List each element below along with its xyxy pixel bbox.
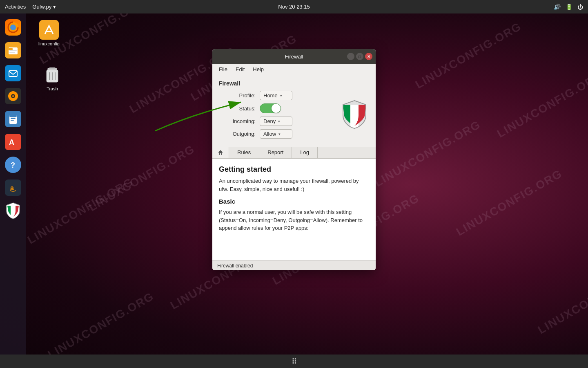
svg-text:?: ?	[11, 161, 15, 169]
minimize-button[interactable]: –	[347, 53, 354, 60]
toggle-knob	[272, 104, 281, 113]
svg-text:a: a	[10, 184, 14, 191]
svg-rect-5	[9, 52, 15, 53]
basic-heading: Basic	[219, 198, 369, 205]
desktop-icon-linuxconfig-label: linuxconfig	[38, 41, 60, 46]
apps-grid-button[interactable]: ⠿	[292, 357, 297, 366]
outgoing-dropdown-arrow: ▾	[278, 132, 281, 136]
dock-item-appstore[interactable]: A	[3, 132, 23, 152]
incoming-value: Deny	[263, 118, 276, 124]
menu-edit[interactable]: Edit	[232, 65, 248, 73]
dock-item-thunderbird[interactable]	[3, 63, 23, 83]
svg-text:A: A	[9, 138, 14, 146]
svg-rect-4	[9, 50, 17, 51]
dock-item-firefox[interactable]	[3, 18, 23, 37]
svg-rect-6	[9, 71, 17, 76]
outgoing-value: Allow	[263, 131, 276, 137]
svg-rect-14	[9, 115, 17, 117]
firewall-window: Firewall – □ ✕ File Edit Help Firewall P…	[212, 49, 376, 270]
intro-text: An uncomplicated way to manage your fire…	[219, 177, 369, 193]
dock-item-amazon[interactable]: a	[3, 178, 23, 197]
svg-rect-21	[49, 67, 56, 69]
desktop-icon-trash[interactable]: Trash	[41, 63, 64, 93]
svg-rect-12	[11, 118, 16, 119]
desktop-icon-trash-label: Trash	[47, 86, 58, 91]
dock-item-writer[interactable]	[3, 109, 23, 129]
gufw-shield	[341, 100, 368, 129]
activities-button[interactable]: Activities	[5, 4, 26, 10]
incoming-dropdown-arrow: ▾	[278, 119, 280, 123]
firewall-section-label: Firewall	[219, 80, 369, 87]
app-menu-arrow-icon: ▾	[53, 4, 56, 10]
statusbar: Firewall enabled	[212, 261, 376, 270]
main-content-panel[interactable]: Getting started An uncomplicated way to …	[212, 159, 376, 261]
app-name: Gufw.py	[32, 4, 51, 10]
window-content: Firewall Profile: Home ▾ Status: Incomin…	[212, 75, 376, 147]
datetime-display: Nov 20 23:15	[278, 4, 310, 10]
incoming-dropdown[interactable]: Deny ▾	[260, 117, 292, 126]
dock-item-gufw[interactable]	[3, 201, 23, 220]
basic-text: If you are a normal user, you will be sa…	[219, 208, 369, 232]
desktop: LINUXCONFIG.ORG LINUXCONFIG.ORG LINUXCON…	[0, 0, 588, 368]
dock-item-rhythmbox[interactable]	[3, 86, 23, 106]
battery-icon[interactable]: 🔋	[566, 4, 572, 10]
svg-point-1	[10, 25, 16, 30]
tab-rules[interactable]: Rules	[229, 147, 259, 158]
dock-item-files[interactable]	[3, 40, 23, 60]
menubar: File Edit Help	[212, 64, 376, 75]
status-label: Status:	[219, 105, 256, 112]
power-icon[interactable]: ⏻	[577, 4, 583, 10]
close-button[interactable]: ✕	[365, 53, 372, 60]
menu-file[interactable]: File	[216, 65, 231, 73]
tab-home[interactable]	[212, 147, 229, 158]
shield-icon	[341, 100, 368, 131]
svg-rect-13	[11, 120, 14, 121]
profile-label: Profile:	[219, 92, 256, 99]
status-toggle[interactable]	[260, 103, 281, 113]
statusbar-text: Firewall enabled	[217, 263, 253, 269]
dock-item-help[interactable]: ?	[3, 155, 23, 175]
window-title: Firewall	[285, 54, 303, 60]
application-dock: A ? a	[0, 13, 26, 355]
profile-row: Profile: Home ▾	[219, 91, 369, 100]
desktop-icon-linuxconfig[interactable]: linuxconfig	[37, 18, 61, 48]
profile-dropdown[interactable]: Home ▾	[260, 91, 292, 100]
topbar: Activities Gufw.py ▾ Nov 20 23:15 🔊 🔋 ⏻	[0, 0, 588, 13]
getting-started-heading: Getting started	[219, 165, 369, 174]
profile-dropdown-arrow: ▾	[280, 94, 282, 98]
titlebar-buttons: – □ ✕	[347, 53, 372, 60]
app-menu[interactable]: Gufw.py ▾	[32, 4, 56, 10]
volume-icon[interactable]: 🔊	[554, 4, 561, 10]
tab-log[interactable]: Log	[292, 147, 318, 158]
svg-rect-3	[9, 48, 13, 50]
profile-value: Home	[263, 92, 278, 99]
outgoing-dropdown[interactable]: Allow ▾	[260, 129, 292, 139]
maximize-button[interactable]: □	[356, 53, 363, 60]
menu-help[interactable]: Help	[249, 65, 267, 73]
tabs-bar: Rules Report Log	[212, 147, 376, 159]
outgoing-label: Outgoing:	[219, 131, 256, 137]
bottom-taskbar: ⠿	[0, 355, 588, 368]
incoming-label: Incoming:	[219, 118, 256, 124]
tab-report[interactable]: Report	[259, 147, 292, 158]
svg-point-9	[12, 95, 14, 97]
titlebar: Firewall – □ ✕	[212, 49, 376, 64]
